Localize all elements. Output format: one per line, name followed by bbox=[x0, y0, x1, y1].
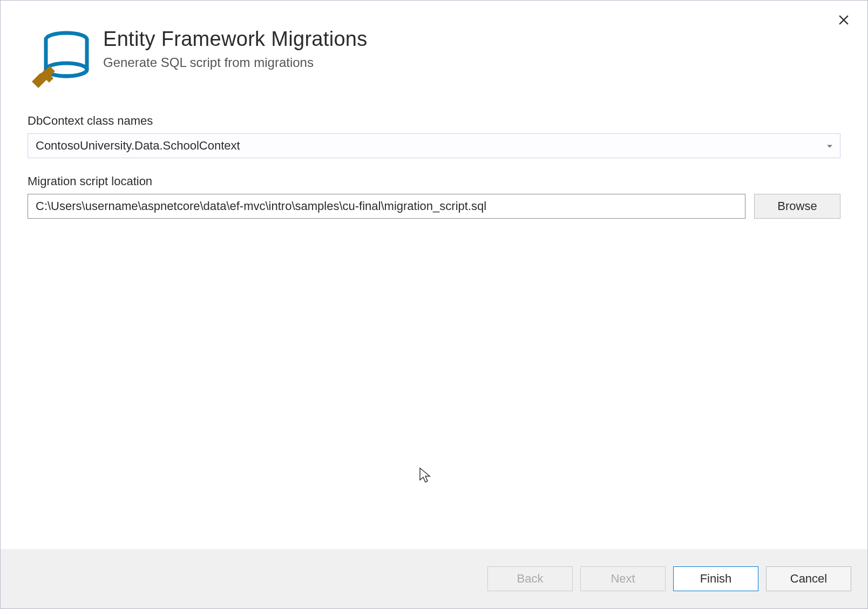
dialog-footer: Back Next Finish Cancel bbox=[1, 549, 867, 608]
dialog-content: Entity Framework Migrations Generate SQL… bbox=[1, 1, 867, 219]
database-migration-icon bbox=[28, 28, 92, 92]
mouse-cursor-icon bbox=[419, 467, 432, 485]
dbcontext-value: ContosoUniversity.Data.SchoolContext bbox=[36, 139, 240, 153]
location-row: Browse bbox=[28, 194, 840, 219]
back-button: Back bbox=[487, 566, 573, 591]
dialog-header: Entity Framework Migrations Generate SQL… bbox=[28, 28, 840, 92]
close-button[interactable] bbox=[837, 13, 850, 26]
location-input[interactable] bbox=[28, 194, 745, 219]
finish-button[interactable]: Finish bbox=[673, 566, 758, 591]
dbcontext-dropdown[interactable]: ContosoUniversity.Data.SchoolContext bbox=[28, 133, 840, 158]
dialog-title: Entity Framework Migrations bbox=[103, 28, 368, 51]
location-group: Migration script location Browse bbox=[28, 174, 840, 219]
header-text: Entity Framework Migrations Generate SQL… bbox=[103, 28, 368, 70]
browse-button[interactable]: Browse bbox=[754, 194, 840, 219]
dialog-subtitle: Generate SQL script from migrations bbox=[103, 55, 368, 70]
close-icon bbox=[839, 15, 849, 25]
next-button: Next bbox=[580, 566, 666, 591]
cancel-button[interactable]: Cancel bbox=[766, 566, 851, 591]
dbcontext-group: DbContext class names ContosoUniversity.… bbox=[28, 114, 840, 158]
dbcontext-label: DbContext class names bbox=[28, 114, 840, 128]
location-label: Migration script location bbox=[28, 174, 840, 188]
